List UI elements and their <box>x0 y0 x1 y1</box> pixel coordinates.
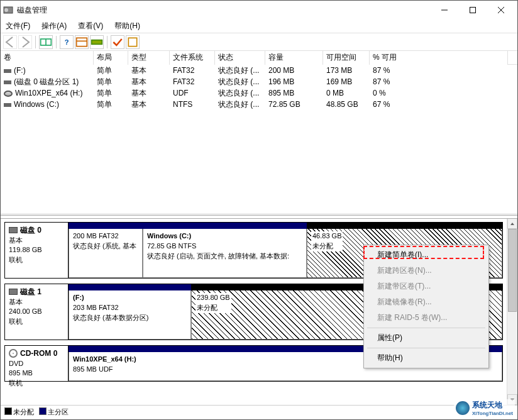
toolbar: ? <box>1 33 517 51</box>
menu-view[interactable]: 查看(V) <box>78 21 103 31</box>
menu-new-spanned-volume: 新建跨区卷(N)... <box>366 263 487 279</box>
scrollbar-track[interactable] <box>507 229 517 394</box>
cell-capacity: 72.85 GB <box>265 100 323 109</box>
action-button-1[interactable] <box>111 35 124 49</box>
column-status[interactable]: 状态 <box>215 51 265 65</box>
legend-unallocated: 未分配 <box>4 407 34 417</box>
cell-status: 状态良好 (... <box>215 77 265 87</box>
cell-percent-free: 87 % <box>370 77 508 86</box>
cell-percent-free: 87 % <box>370 66 508 75</box>
menu-help[interactable]: 帮助(H) <box>114 21 140 31</box>
disk-name: 磁盘 1 <box>9 287 64 297</box>
minimize-button[interactable] <box>430 1 458 19</box>
cell-free: 0 MB <box>323 89 370 97</box>
menu-action[interactable]: 操作(A) <box>41 21 67 31</box>
menu-help[interactable]: 帮助(H) <box>366 350 487 366</box>
menu-new-raid5-volume: 新建 RAID-5 卷(W)... <box>366 310 487 326</box>
partition-title: Windows (C:) <box>147 231 302 241</box>
column-capacity[interactable]: 容量 <box>265 51 323 65</box>
cell-volume: (F:) <box>1 66 94 75</box>
disk-state: 联机 <box>9 317 64 326</box>
cell-filesystem: FAT32 <box>170 66 215 75</box>
cell-capacity: 895 MB <box>265 89 323 97</box>
column-layout[interactable]: 布局 <box>94 51 128 65</box>
volume-row[interactable]: (F:)简单基本FAT32状态良好 (...200 MB173 MB87 % <box>1 65 517 76</box>
column-free[interactable]: 可用空间 <box>323 51 370 65</box>
menu-new-mirrored-volume: 新建镜像卷(R)... <box>366 294 487 310</box>
volume-icon <box>4 103 11 107</box>
volume-row[interactable]: (磁盘 0 磁盘分区 1)简单基本FAT32状态良好 (...196 MB169… <box>1 76 517 87</box>
column-volume[interactable]: 卷 <box>1 51 94 65</box>
disk-icon <box>9 227 18 233</box>
column-percent-free[interactable]: % 可用 <box>370 51 508 65</box>
partition-status: 状态良好 (启动, 页面文件, 故障转储, 基本数据: <box>147 251 302 262</box>
column-filesystem[interactable]: 文件系统 <box>170 51 215 65</box>
disk-icon <box>4 91 13 97</box>
context-menu: 新建简单卷(I)... 新建跨区卷(N)... 新建带区卷(T)... 新建镜像… <box>363 245 489 368</box>
nav-forward-button[interactable] <box>18 35 32 49</box>
toolbar-separator <box>107 36 107 48</box>
window-controls <box>430 1 515 19</box>
horizontal-splitter[interactable] <box>1 214 517 218</box>
volume-icon <box>4 69 11 73</box>
disk-label: 磁盘 0基本119.88 GB联机 <box>5 223 69 278</box>
cell-status: 状态良好 (... <box>215 88 265 99</box>
legend-primary: 主分区 <box>39 407 69 417</box>
svg-rect-3 <box>470 8 475 13</box>
disk-state: 联机 <box>9 255 64 265</box>
scrollbar-thumb[interactable] <box>508 229 517 312</box>
toolbar-separator <box>35 36 36 48</box>
cell-layout: 简单 <box>94 88 128 99</box>
partition-size: 46.83 GB <box>312 231 341 241</box>
cell-status: 状态良好 (... <box>215 65 265 76</box>
cell-type: 基本 <box>128 88 170 99</box>
partition[interactable]: 200 MB FAT32状态良好 (系统, 基本 <box>69 229 143 278</box>
title-bar: 磁盘管理 <box>1 1 517 19</box>
menu-new-striped-volume: 新建带区卷(T)... <box>366 279 487 294</box>
help-button[interactable]: ? <box>60 35 74 49</box>
watermark-url: XiTongTianDi.net <box>472 411 513 416</box>
view-list-button[interactable] <box>39 35 53 49</box>
partition[interactable]: (F:)203 MB FAT32状态良好 (基本数据分区) <box>69 290 191 340</box>
volume-table[interactable]: 卷 布局 类型 文件系统 状态 容量 可用空间 % 可用 (F:)简单基本FAT… <box>1 51 517 214</box>
action-button-2[interactable] <box>126 35 140 49</box>
cell-filesystem: NTFS <box>170 100 215 109</box>
svg-rect-10 <box>92 40 102 44</box>
volume-icon <box>4 80 11 84</box>
volume-list-panel: 卷 布局 类型 文件系统 状态 容量 可用空间 % 可用 (F:)简单基本FAT… <box>1 51 517 214</box>
svg-rect-8 <box>77 38 87 46</box>
cell-percent-free: 0 % <box>370 89 508 97</box>
partition-status: 状态良好 (系统, 基本 <box>73 241 138 251</box>
cell-capacity: 200 MB <box>265 66 323 75</box>
partition[interactable]: Windows (C:)72.85 GB NTFS状态良好 (启动, 页面文件,… <box>143 229 307 278</box>
menu-file[interactable]: 文件(F) <box>6 21 30 31</box>
view-graphical-button[interactable] <box>90 35 104 49</box>
partition-size: 239.80 GB <box>197 293 230 303</box>
vertical-scrollbar[interactable] <box>507 218 517 405</box>
disk-type: 基本 <box>9 236 64 245</box>
partition-title: (F:) <box>73 293 187 303</box>
disk-size: 119.88 GB <box>9 245 64 255</box>
cdrom-icon <box>9 349 18 358</box>
volume-table-header: 卷 布局 类型 文件系统 状态 容量 可用空间 % 可用 <box>1 51 517 65</box>
cell-free: 48.85 GB <box>323 100 370 109</box>
scroll-up-button[interactable] <box>507 218 517 229</box>
menu-new-simple-volume[interactable]: 新建简单卷(I)... <box>366 247 487 263</box>
nav-back-button[interactable] <box>3 35 17 49</box>
cell-volume: (磁盘 0 磁盘分区 1) <box>1 77 94 87</box>
disk-size: 895 MB <box>9 368 64 378</box>
disk-name: CD-ROM 0 <box>9 348 64 359</box>
legend: 未分配 主分区 <box>1 405 517 419</box>
cell-free: 173 MB <box>323 66 370 75</box>
volume-row[interactable]: Windows (C:)简单基本NTFS状态良好 (...72.85 GB48.… <box>1 99 517 110</box>
close-button[interactable] <box>487 1 515 19</box>
partition-size: 203 MB FAT32 <box>73 303 187 313</box>
menu-separator <box>367 328 485 328</box>
maximize-button[interactable] <box>458 1 487 19</box>
menu-properties[interactable]: 属性(P) <box>366 330 487 346</box>
volume-row[interactable]: Win10XPE_x64 (H:)简单基本UDF状态良好 (...895 MB0… <box>1 87 517 99</box>
disk-name: 磁盘 0 <box>9 225 64 236</box>
column-type[interactable]: 类型 <box>128 51 170 65</box>
view-detail-button[interactable] <box>75 35 89 49</box>
cell-filesystem: UDF <box>170 89 215 97</box>
